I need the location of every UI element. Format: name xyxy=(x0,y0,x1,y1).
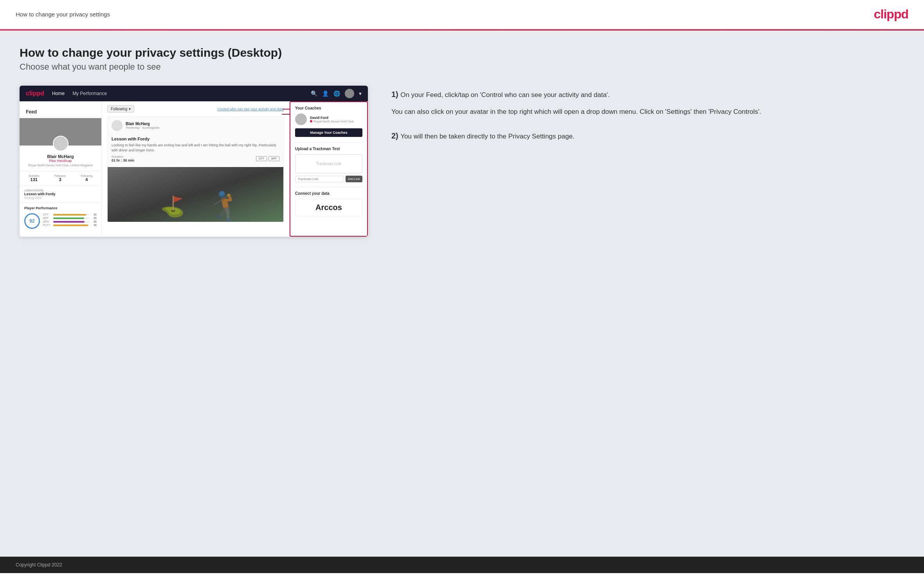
post-tags: OTT APP xyxy=(256,156,279,161)
globe-icon[interactable]: 🌐 xyxy=(333,90,340,97)
bar-ott: OTT 90 xyxy=(43,213,97,216)
stat-following: Following 4 xyxy=(81,174,92,182)
trackman-input-row: Add Link xyxy=(295,176,362,182)
profile-club: Royal North Devon Golf Club, United King… xyxy=(20,164,101,167)
avatar[interactable] xyxy=(345,89,354,98)
perf-title: Player Performance xyxy=(24,206,97,210)
control-link[interactable]: Control who can see your activity and da… xyxy=(217,107,284,111)
bar-arg-track xyxy=(53,221,90,223)
post-user-location: Yesterday · Sunningdale xyxy=(126,126,159,129)
page-heading: How to change your privacy settings (Des… xyxy=(20,46,904,59)
quality-score: 92 xyxy=(24,213,40,229)
post-image: ⛳ 🏌️ xyxy=(108,167,283,222)
search-icon[interactable]: 🔍 xyxy=(311,90,317,97)
post-card: Blair McHarg Yesterday · Sunningdale Les… xyxy=(107,117,284,222)
instructions: 1) On your Feed, click/tap on 'Control w… xyxy=(384,86,904,156)
bar-app-fill xyxy=(53,217,84,219)
app-right-panel: Your Coaches David Ford Royal North Devo… xyxy=(290,101,368,237)
top-bar: How to change your privacy settings clip… xyxy=(0,0,924,29)
post-avatar xyxy=(112,120,122,131)
feed-tab[interactable]: Feed xyxy=(20,106,101,118)
profile-name: Blair McHarg xyxy=(20,154,101,159)
latest-activity: Latest Activity Lesson with Fordy 03 Aug… xyxy=(20,185,101,203)
instruction-1-body: On your Feed, click/tap on 'Control who … xyxy=(400,91,610,99)
coaches-title: Your Coaches xyxy=(295,106,362,110)
app-mockup: clippd Home My Performance 🔍 👤 🌐 ▾ Feed xyxy=(20,86,368,237)
post-header: Blair McHarg Yesterday · Sunningdale xyxy=(108,117,283,134)
post-title: Lesson with Fordy xyxy=(112,137,279,141)
bar-putt-fill xyxy=(53,225,88,226)
nav-link-home[interactable]: Home xyxy=(52,91,65,96)
stat-following-value: 4 xyxy=(81,177,92,182)
stat-followers: Followers 3 xyxy=(54,174,66,182)
stats-row: Activities 131 Followers 3 Following 4 xyxy=(20,171,101,185)
bar-ott-track xyxy=(53,214,90,216)
following-label: Following xyxy=(111,107,127,111)
bar-app-label: APP xyxy=(43,217,52,219)
coach-info: David Ford Royal North Devon Golf Club xyxy=(310,116,354,123)
bar-putt-label: PUTT xyxy=(43,224,52,226)
bar-arg-fill xyxy=(53,221,85,223)
profile-avatar xyxy=(53,136,68,151)
trackman-input[interactable] xyxy=(295,176,344,182)
bar-arg-val: 86 xyxy=(91,220,97,223)
stat-following-label: Following xyxy=(81,174,92,177)
footer: Copyright Clippd 2022 xyxy=(0,557,924,573)
manage-coaches-button[interactable]: Manage Your Coaches xyxy=(295,128,362,137)
post-description: Looking to feel like my hands are exitin… xyxy=(112,143,279,153)
instruction-1-text: 1) On your Feed, click/tap on 'Control w… xyxy=(391,90,904,100)
app-sidebar: Feed Blair McHarg Plus Handicap Royal No… xyxy=(20,101,102,237)
chevron-down-icon[interactable]: ▾ xyxy=(359,90,362,97)
coaches-section: Your Coaches David Ford Royal North Devo… xyxy=(295,106,362,137)
coach-club-name: Royal North Devon Golf Club xyxy=(313,120,354,123)
page-subheading: Choose what you want people to see xyxy=(20,62,904,72)
stat-followers-label: Followers xyxy=(54,174,66,177)
divider-1 xyxy=(295,142,362,143)
stat-activities-label: Activities xyxy=(29,174,40,177)
duration-value: 01 hr : 30 min xyxy=(112,158,134,162)
latest-activity-date: 03 Aug 2022 xyxy=(24,196,97,200)
app-feed: Following ▾ Control who can see your act… xyxy=(102,101,290,237)
bar-putt: PUTT 96 xyxy=(43,224,97,226)
bar-ott-label: OTT xyxy=(43,213,52,216)
bar-putt-val: 96 xyxy=(91,224,97,226)
trackman-placeholder: Trackman Link xyxy=(295,154,362,173)
bar-app-val: 85 xyxy=(91,217,97,219)
bar-ott-fill xyxy=(53,214,86,216)
latest-activity-label: Latest Activity xyxy=(24,189,97,192)
instruction-1-number: 1) xyxy=(391,90,400,99)
post-user-name: Blair McHarg xyxy=(126,122,159,126)
connect-section: Connect your data Arccos xyxy=(295,191,362,216)
bar-app: APP 85 xyxy=(43,217,97,219)
app-nav-icons: 🔍 👤 🌐 ▾ xyxy=(311,89,362,98)
bar-arg: ARG 86 xyxy=(43,220,97,223)
tag-app: APP xyxy=(268,156,279,161)
main-content: How to change your privacy settings (Des… xyxy=(0,31,924,557)
post-user-info: Blair McHarg Yesterday · Sunningdale xyxy=(126,122,159,129)
trackman-section: Upload a Trackman Test Trackman Link Add… xyxy=(295,147,362,182)
add-link-button[interactable]: Add Link xyxy=(346,176,362,182)
coach-club: Royal North Devon Golf Club xyxy=(310,120,354,123)
nav-link-performance[interactable]: My Performance xyxy=(72,91,107,96)
latest-activity-name: Lesson with Fordy xyxy=(24,192,97,196)
stat-followers-value: 3 xyxy=(54,177,66,182)
player-performance: Player Performance 92 OTT 90 xyxy=(20,203,101,232)
bar-ott-val: 90 xyxy=(91,213,97,216)
following-button[interactable]: Following ▾ xyxy=(107,105,134,113)
copyright: Copyright Clippd 2022 xyxy=(16,562,62,568)
following-row: Following ▾ Control who can see your act… xyxy=(107,105,284,113)
chevron-icon: ▾ xyxy=(129,107,131,111)
instruction-2-body: You will then be taken directly to the P… xyxy=(400,133,574,140)
instruction-2-number: 2) xyxy=(391,131,400,140)
profile-image-area xyxy=(20,118,101,146)
bar-arg-label: ARG xyxy=(43,220,52,223)
arccos-logo: Arccos xyxy=(295,199,362,216)
quality-section: 92 OTT 90 APP xyxy=(24,213,97,229)
profile-handicap: Plus Handicap xyxy=(20,159,101,163)
content-row: clippd Home My Performance 🔍 👤 🌐 ▾ Feed xyxy=(20,86,904,237)
location-dot-icon xyxy=(310,120,312,122)
post-duration: Duration 01 hr : 30 min xyxy=(112,155,134,162)
person-icon[interactable]: 👤 xyxy=(322,90,329,97)
app-navbar: clippd Home My Performance 🔍 👤 🌐 ▾ xyxy=(20,86,368,101)
app-logo: clippd xyxy=(26,90,44,97)
